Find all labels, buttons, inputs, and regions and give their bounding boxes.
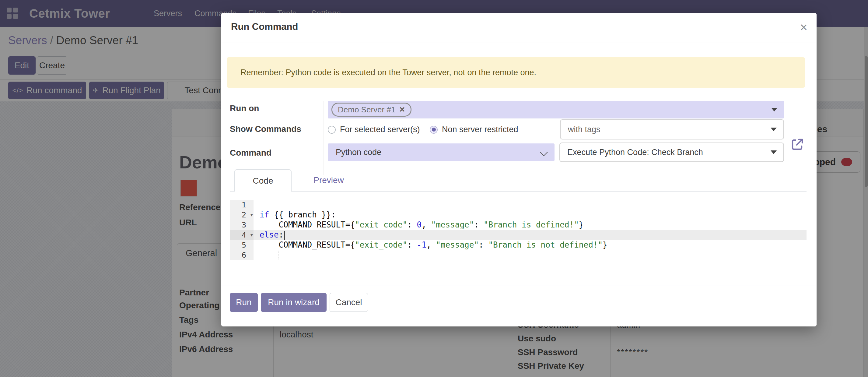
editor-line-5: 5 COMMAND_RESULT={"exit_code": -1, "mess… (230, 240, 807, 250)
indent-guide (278, 251, 279, 259)
radio-for-selected-servers[interactable]: For selected server(s) (328, 125, 420, 134)
run-on-label: Run on (230, 104, 259, 113)
tab-code[interactable]: Code (234, 169, 291, 192)
line-number: 2 (242, 210, 246, 219)
cancel-button[interactable]: Cancel (330, 293, 368, 312)
command-value: Execute Python Code: Check Branch (567, 148, 703, 157)
radio-unselected-icon[interactable] (328, 126, 336, 134)
modal-header-divider (221, 42, 816, 43)
line-number: 5 (230, 240, 253, 250)
radio-non-server-restricted[interactable]: Non server restricted (430, 125, 518, 134)
code-editor[interactable]: 1 2▾ if {{ branch }}: 3 COMMAND_RESULT={… (230, 200, 807, 261)
form-column-separator (323, 101, 324, 175)
editor-line-3: 3 COMMAND_RESULT={"exit_code": 0, "messa… (230, 220, 807, 230)
run-on-caret-icon (771, 108, 777, 112)
tab-preview[interactable]: Preview (297, 169, 361, 191)
command-select[interactable]: Execute Python Code: Check Branch (559, 143, 784, 162)
tag-remove-icon[interactable]: ✕ (399, 105, 405, 114)
run-button[interactable]: Run (230, 293, 258, 312)
indent-guide (298, 251, 298, 259)
line-number: 3 (230, 220, 253, 230)
server-tag: Demo Server #1 ✕ (332, 103, 411, 117)
command-label: Command (230, 148, 272, 158)
editor-line-6: 6 (230, 250, 807, 260)
server-tag-label: Demo Server #1 (338, 105, 395, 115)
editor-line-4-active: 4▾ else: (230, 230, 807, 240)
command-caret-icon (771, 150, 777, 154)
modal-title: Run Command (231, 21, 298, 32)
editor-line-1: 1 (230, 200, 807, 210)
python-warning-alert: Remember: Python code is executed on the… (227, 57, 805, 88)
show-commands-label: Show Commands (230, 124, 301, 134)
run-on-field[interactable]: Demo Server #1 ✕ (328, 101, 784, 118)
line-number: 1 (230, 200, 253, 210)
with-tags-caret-icon (771, 127, 777, 131)
fold-arrow-icon[interactable]: ▾ (250, 210, 253, 220)
command-type-select[interactable]: Python code (328, 143, 555, 161)
command-type-value: Python code (336, 148, 381, 157)
run-command-modal: Run Command × Remember: Python code is e… (221, 13, 816, 326)
tabbar-underline (230, 191, 807, 192)
run-in-wizard-button[interactable]: Run in wizard (261, 293, 327, 312)
with-tags-select[interactable]: with tags (560, 119, 784, 140)
text-cursor (284, 231, 285, 240)
screen: Cetmix Tower Servers Commands Files Tool… (0, 0, 868, 377)
command-type-chevron-icon (540, 148, 548, 156)
line-number: 6 (230, 250, 253, 260)
radio-selected-icon[interactable] (430, 126, 438, 134)
warning-text: Remember: Python code is executed on the… (241, 68, 536, 77)
line-number: 4 (242, 231, 246, 239)
fold-arrow-icon[interactable]: ▾ (250, 230, 253, 240)
with-tags-placeholder: with tags (568, 125, 600, 134)
close-icon[interactable]: × (800, 18, 807, 36)
editor-line-2: 2▾ if {{ branch }}: (230, 210, 807, 220)
modal-footer-divider (221, 286, 816, 286)
open-command-external-icon[interactable] (790, 137, 805, 152)
